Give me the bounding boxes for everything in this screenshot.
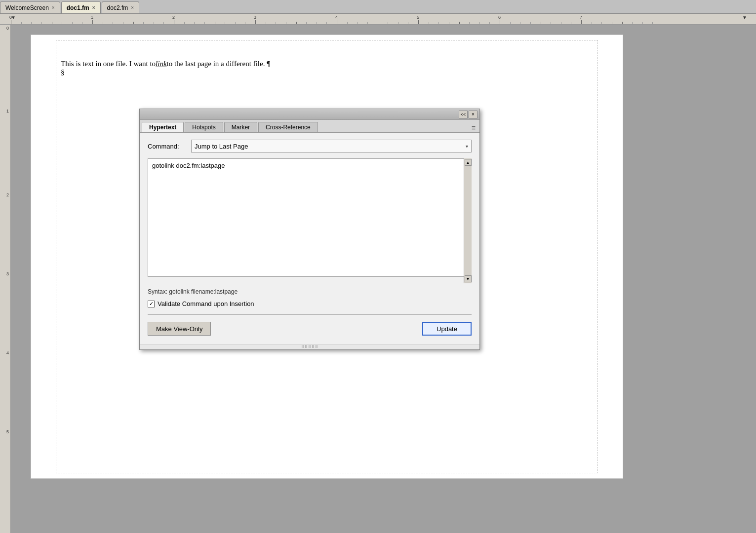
text-before-link: This is text in one file. I want to [61,60,156,68]
tab-cross-reference-label: Cross-Reference [266,124,311,131]
dialog-resize-handle[interactable]: ⠿⠿⠿⠿⠿ [140,344,479,349]
hypertext-dialog: << × Hypertext Hotspots Marker Cross-Ref… [139,109,480,350]
left-ruler-mark-5: 5 [6,429,9,434]
tab-hypertext[interactable]: Hypertext [142,122,184,132]
dialog-tab-bar: Hypertext Hotspots Marker Cross-Referenc… [140,120,479,133]
left-ruler-mark-1: 1 [6,109,9,114]
left-ruler-mark-3: 3 [6,271,9,276]
tab-doc1[interactable]: doc1.fm × [61,1,101,13]
scrollbar-up-button[interactable]: ▲ [465,159,472,166]
command-row: Command: Jump to Last Page ▾ [148,140,472,152]
tab-doc1-close[interactable]: × [92,5,95,10]
checkbox-label: Validate Command upon Insertion [158,300,254,307]
left-ruler-mark-0: 0 [6,26,9,31]
command-textarea[interactable] [148,158,472,277]
syntax-line: Syntax: gotolink filename:lastpage [148,288,472,295]
tab-doc1-label: doc1.fm [67,4,89,11]
tab-hotspots-label: Hotspots [192,124,215,131]
document-text: This is text in one file. I want to link… [31,35,623,86]
tab-welcomescreen[interactable]: WelcomeScreen × [0,1,60,13]
tab-marker-label: Marker [232,124,250,131]
make-view-only-button[interactable]: Make View-Only [148,322,211,336]
tab-hypertext-label: Hypertext [149,124,176,131]
tab-welcomescreen-close[interactable]: × [52,5,55,10]
dropdown-arrow-icon: ▾ [466,144,468,149]
link-text[interactable]: link [156,60,167,68]
command-dropdown[interactable]: Jump to Last Page ▾ [191,140,472,152]
text-line-2: § [61,68,593,76]
left-ruler-mark-2: 2 [6,192,9,197]
validate-checkbox[interactable]: ✓ [148,301,155,307]
command-dropdown-value: Jump to Last Page [195,143,248,150]
dialog-titlebar: << × [140,109,479,120]
scrollbar-right[interactable]: ▲ ▼ [464,158,472,283]
tab-hotspots[interactable]: Hotspots [185,122,223,132]
scrollbar-down-button[interactable]: ▼ [465,275,472,282]
dialog-content: Command: Jump to Last Page ▾ ▲ ▼ Syntax: [140,133,479,344]
section-mark: § [61,68,65,76]
dialog-menu-button[interactable]: ≡ [470,123,477,132]
tab-marker[interactable]: Marker [224,122,257,132]
doc-area: This is text in one file. I want to link… [11,25,756,533]
dialog-close-button[interactable]: × [469,111,477,118]
tab-doc2-label: doc2.fm [107,4,128,11]
tab-bar: WelcomeScreen × doc1.fm × doc2.fm × [0,0,756,14]
left-ruler: 0 1 2 3 4 5 [0,25,11,533]
dialog-buttons: Make View-Only Update [148,320,472,338]
update-button[interactable]: Update [422,322,472,336]
tab-doc2-close[interactable]: × [131,5,134,10]
text-line-1: This is text in one file. I want to link… [61,60,593,68]
dialog-back-button[interactable]: << [459,111,468,118]
main-area: 0 1 2 3 4 5 This is text in one file. I … [0,25,756,533]
textarea-wrapper: ▲ ▼ [148,158,472,283]
text-after-link: to the last page in a different file. ¶ [167,60,270,68]
horizontal-ruler: ▼ ▼ 01234567 [0,14,756,25]
checkbox-row: ✓ Validate Command upon Insertion [148,300,472,307]
command-label: Command: [148,143,187,150]
left-ruler-mark-4: 4 [6,350,9,355]
dialog-separator [148,314,472,315]
ruler-triangle-right: ▼ [742,15,747,20]
tab-welcomescreen-label: WelcomeScreen [5,4,49,11]
tab-doc2[interactable]: doc2.fm × [102,1,140,13]
tab-cross-reference[interactable]: Cross-Reference [258,122,318,132]
drag-dots-icon: ⠿⠿⠿⠿⠿ [301,345,318,349]
